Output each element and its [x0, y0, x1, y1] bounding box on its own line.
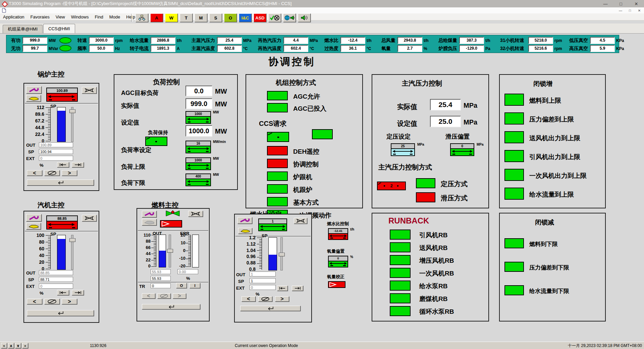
ratio-increase-button[interactable]: >	[275, 296, 289, 302]
mdi-minimize-button[interactable]: —	[616, 8, 625, 13]
turbine-increase-button[interactable]: >	[62, 299, 77, 304]
toolbar-letter-button[interactable]: T	[180, 13, 193, 22]
boiler-enter-button[interactable]	[27, 180, 94, 186]
nav-arrow-button[interactable]: «	[1, 343, 7, 348]
ratio-decrease-button[interactable]: <	[241, 296, 256, 302]
mdi-close-button[interactable]: ✕	[635, 8, 644, 13]
minimize-button[interactable]: —	[598, 0, 613, 7]
close-button[interactable]: ✕	[629, 0, 644, 7]
fixed-mode-indicator[interactable]	[416, 178, 435, 188]
toolbar-letter-button[interactable]: I&C	[239, 13, 252, 22]
ratio-tune-button[interactable]	[237, 217, 252, 224]
toolbar-letter-button[interactable]: S	[209, 13, 222, 22]
ratio-sp-field[interactable]: 1	[250, 278, 276, 283]
turbine-enter-button[interactable]	[27, 310, 94, 316]
load-rate-slider[interactable]: 16	[185, 141, 211, 153]
fuel-decrease-button[interactable]: <	[142, 293, 155, 299]
menu-item[interactable]: Windows	[68, 14, 92, 19]
toolbar-letter-button[interactable]: W	[165, 13, 178, 22]
boiler-decrease-button[interactable]: <	[27, 170, 42, 176]
turbine-slider-track[interactable]	[71, 235, 73, 270]
tab-unit-menu[interactable]: 机组菜单@HMI	[3, 25, 43, 33]
menu-item[interactable]: View	[53, 14, 68, 19]
ratio-setpoint-display[interactable]: 1	[258, 218, 287, 231]
ccs-request-indicator[interactable]	[312, 129, 333, 139]
fuel-on-button[interactable]: I	[190, 283, 200, 288]
load-hold-button[interactable]	[145, 137, 167, 146]
toolbar-letter-button[interactable]: A	[150, 13, 163, 22]
fuel-sp-field[interactable]: 55.93	[151, 276, 171, 281]
maximize-button[interactable]: □	[613, 0, 629, 7]
turbine-tune-button[interactable]	[26, 214, 42, 221]
boiler-tune-button[interactable]	[26, 86, 42, 94]
nav-arrow-button[interactable]: »	[22, 343, 28, 348]
fuel-tune-button[interactable]	[142, 211, 157, 217]
fuel-remove-button[interactable]	[188, 211, 203, 217]
ratio-slider-handle[interactable]	[279, 253, 285, 256]
ratio-step-left-button[interactable]	[277, 286, 288, 291]
ratio-enter-button[interactable]	[240, 306, 301, 311]
boiler-sp-field[interactable]: 100.94	[39, 149, 73, 154]
turbine-step-right-button[interactable]	[72, 290, 84, 295]
sound-button[interactable]	[298, 13, 311, 22]
pressure-mode-selector[interactable]: 2	[377, 182, 406, 190]
fuel-auto-button[interactable]	[157, 293, 171, 299]
turbine-sp-field[interactable]: 88.71	[39, 277, 73, 282]
boiler-increase-button[interactable]: >	[62, 170, 77, 176]
turbine-decrease-button[interactable]: <	[27, 299, 42, 304]
toolbar-letter-button[interactable]: ASD	[254, 13, 266, 22]
boiler-step-right-button[interactable]	[72, 162, 84, 167]
ratio-slider-track[interactable]	[280, 237, 283, 270]
menu-item[interactable]: Application	[0, 14, 28, 19]
toolbar-letter-button[interactable]: O	[224, 13, 237, 22]
fixed-pressure-slider[interactable]: 25	[391, 143, 415, 156]
oxygen-bias-slider[interactable]: 0	[328, 256, 348, 267]
boiler-slider-track[interactable]	[71, 107, 73, 142]
sliding-bias-slider[interactable]: 0	[450, 143, 474, 156]
interlock-item: 压力偏差到上限	[500, 109, 605, 128]
boiler-manual-button[interactable]	[26, 95, 41, 102]
load-upper-slider[interactable]: 1000	[185, 157, 211, 170]
ratio-remove-button[interactable]	[294, 218, 307, 224]
turbine-auto-button[interactable]	[44, 299, 60, 304]
fuel-slider-handle[interactable]	[167, 249, 173, 253]
boiler-step-left-button[interactable]	[57, 162, 69, 167]
fuel-off-button[interactable]: O	[176, 283, 187, 288]
hierarchy-button[interactable]	[136, 13, 148, 22]
menu-item[interactable]: Mode	[106, 14, 123, 19]
turbine-manual-button[interactable]	[26, 223, 41, 230]
global-sound-button[interactable]	[283, 13, 296, 22]
nav-arrow-button[interactable]: ∨	[15, 343, 21, 348]
verify-button[interactable]	[268, 13, 281, 22]
nav-arrow-button[interactable]: ∧	[8, 343, 14, 348]
turbine-slider-handle[interactable]	[69, 238, 75, 242]
toolbar-letter-button[interactable]: M	[195, 13, 207, 22]
boiler-slider-handle[interactable]	[69, 109, 75, 113]
boiler-auto-button[interactable]	[44, 170, 60, 176]
menu-item[interactable]: Find	[92, 14, 106, 19]
ratio-step-right-button[interactable]	[292, 286, 303, 291]
ratio-manual-button[interactable]	[238, 228, 252, 234]
mdi-restore-button[interactable]: □	[625, 8, 635, 13]
ratio-auto-button[interactable]	[258, 296, 272, 302]
fuel-manual-button-disabled[interactable]	[142, 219, 157, 226]
ratio-control-slider[interactable]: -12.41	[328, 228, 348, 240]
tab-ccs[interactable]: CCS@HMI	[43, 24, 75, 33]
turbine-remove-button[interactable]	[82, 215, 97, 221]
fuel-increase-button[interactable]: >	[173, 293, 186, 299]
menu-item[interactable]: Favoraies	[28, 14, 53, 19]
pressure-setpoint-value[interactable]: 25.0	[430, 116, 461, 127]
boiler-remove-button[interactable]	[82, 87, 97, 94]
fuel-tr-field[interactable]: 0	[151, 283, 171, 288]
setpoint-slider[interactable]: 1000	[185, 111, 211, 124]
step-right-icon	[74, 163, 82, 166]
turbine-output-display[interactable]: 88.85	[46, 215, 78, 230]
boiler-output-display[interactable]: 100.89	[46, 88, 78, 102]
scale-tick-label: 20	[181, 233, 185, 238]
sliding-mode-indicator[interactable]	[416, 192, 435, 202]
turbine-step-left-button[interactable]	[57, 290, 69, 295]
fuel-slider-track[interactable]	[169, 235, 171, 267]
fuel-enter-button[interactable]	[142, 304, 200, 309]
ccs-request-button[interactable]	[267, 132, 289, 142]
load-lower-slider[interactable]: 400	[185, 173, 211, 186]
